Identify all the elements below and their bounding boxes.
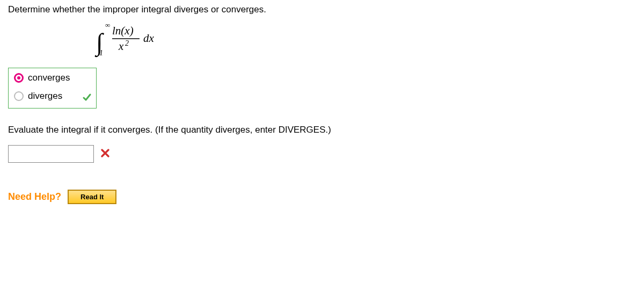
help-row: Need Help? Read It [8,190,636,204]
read-it-button[interactable]: Read It [68,190,116,204]
integral-expression: ∫ ∞ 1 ln(x) x 2 dx [89,20,636,58]
lower-bound: 1 [99,49,103,57]
convergence-radio-group: converges diverges [8,68,97,109]
dx: dx [143,32,155,45]
upper-bound: ∞ [105,21,110,29]
incorrect-x-icon [100,147,110,161]
question-prompt: Determine whether the improper integral … [8,4,636,15]
option-diverges-row[interactable]: diverges [14,91,91,102]
denom-base: x [118,40,124,53]
answer-row [8,145,636,163]
option-diverges-label: diverges [28,91,62,102]
radio-converges[interactable] [14,73,24,83]
need-help-label: Need Help? [8,191,61,203]
correct-check-icon [82,92,92,105]
denom-exp: 2 [125,39,129,47]
numerator: ln(x) [112,24,134,37]
radio-diverges[interactable] [14,91,24,101]
option-converges-row[interactable]: converges [14,73,91,83]
answer-input[interactable] [8,145,94,163]
option-converges-label: converges [28,73,70,83]
evaluate-prompt: Evaluate the integral if it converges. (… [8,125,636,135]
